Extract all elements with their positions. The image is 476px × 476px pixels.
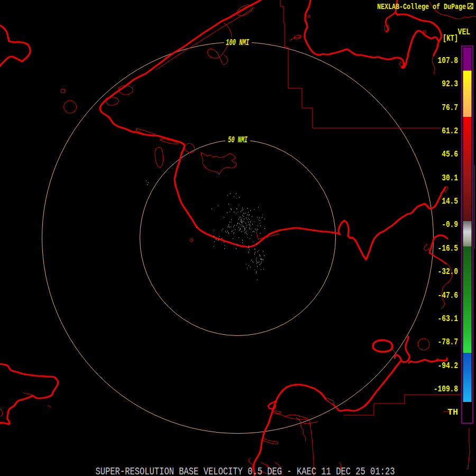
svg-text:-63.1: -63.1 — [438, 314, 459, 323]
svg-text:100 NMI: 100 NMI — [226, 38, 249, 47]
svg-text:45.6: 45.6 — [442, 150, 458, 159]
svg-text:76.7: 76.7 — [442, 103, 458, 112]
svg-text:TH: TH — [447, 407, 458, 418]
svg-text:-78.7: -78.7 — [438, 337, 459, 346]
svg-text:[KT]: [KT] — [443, 33, 458, 42]
svg-text:NEXLAB-College of DuPage: NEXLAB-College of DuPage — [377, 3, 466, 11]
svg-text:61.2: 61.2 — [442, 126, 458, 135]
svg-text:-16.5: -16.5 — [438, 244, 459, 253]
svg-text:92.3: 92.3 — [442, 79, 458, 88]
svg-text:14.5: 14.5 — [442, 197, 458, 206]
svg-text:-109.8: -109.8 — [434, 385, 458, 393]
svg-text:30.1: 30.1 — [442, 173, 458, 182]
svg-text:SUPER-RESOLUTION BASE VELOCITY: SUPER-RESOLUTION BASE VELOCITY 0.5 DEG -… — [96, 465, 395, 476]
svg-text:-94.2: -94.2 — [438, 361, 459, 370]
svg-text:-0.9: -0.9 — [442, 220, 458, 229]
svg-text:-47.6: -47.6 — [438, 290, 459, 299]
svg-text:107.8: 107.8 — [438, 56, 459, 65]
svg-text:VEL: VEL — [458, 28, 470, 36]
svg-text:-32.0: -32.0 — [438, 267, 459, 276]
svg-text:50 NMI: 50 NMI — [228, 135, 248, 144]
